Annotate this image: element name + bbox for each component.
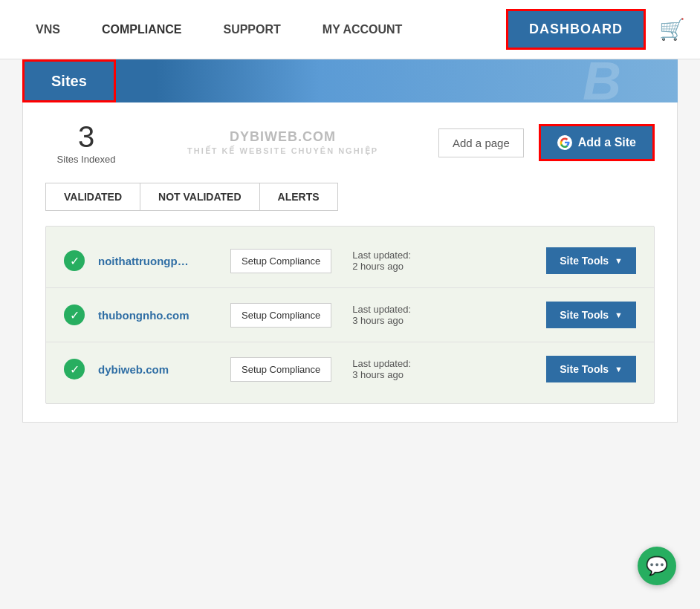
site-tools-label-2: Site Tools xyxy=(560,309,609,321)
site-tools-label-1: Site Tools xyxy=(560,255,609,267)
chat-icon: 💬 xyxy=(646,556,668,576)
validated-icon: ✓ xyxy=(64,304,85,325)
table-row: ✓ thubongnho.com Setup Compliance Last u… xyxy=(46,288,654,342)
main-content: Sites B 3 Sites Indexed DYBIWEB.COM THIẾ… xyxy=(0,59,700,445)
site-name-1[interactable]: noithattruongp… xyxy=(98,255,217,267)
watermark-center: DYBIWEB.COM THIẾT KẾ WEBSITE CHUYÊN NGHI… xyxy=(127,129,438,156)
validated-icon: ✓ xyxy=(64,359,85,380)
tab-alerts[interactable]: ALERTS xyxy=(259,183,338,211)
nav-item-support[interactable]: SUPPORT xyxy=(202,0,301,59)
tab-not-validated[interactable]: NOT VALIDATED xyxy=(140,183,259,211)
setup-compliance-button-1[interactable]: Setup Compliance xyxy=(230,249,331,273)
site-name-3[interactable]: dybiweb.com xyxy=(98,363,217,376)
site-tools-button-2[interactable]: Site Tools ▼ xyxy=(546,302,636,328)
last-updated-3: Last updated: 3 hours ago xyxy=(352,358,533,380)
bar-logo: B xyxy=(583,59,618,102)
nav-item-compliance[interactable]: COMPLIANCE xyxy=(81,0,203,59)
chat-bubble-button[interactable]: 💬 xyxy=(638,547,676,585)
watermark-subtitle: THIẾT KẾ WEBSITE CHUYÊN NGHIỆP xyxy=(127,146,438,156)
sites-tab-bar: Sites B xyxy=(22,59,678,102)
add-page-button[interactable]: Add a page xyxy=(438,128,524,157)
table-row: ✓ noithattruongp… Setup Compliance Last … xyxy=(46,234,654,288)
site-name-2[interactable]: thubongnho.com xyxy=(98,309,217,322)
cart-icon[interactable]: 🛒 xyxy=(659,17,685,42)
validated-icon: ✓ xyxy=(64,250,85,271)
last-updated-1: Last updated: 2 hours ago xyxy=(352,250,533,272)
last-updated-2: Last updated: 3 hours ago xyxy=(352,304,533,326)
setup-compliance-button-3[interactable]: Setup Compliance xyxy=(230,357,331,382)
dashboard-button[interactable]: DASHBOARD xyxy=(506,9,646,50)
navigation: VNS COMPLIANCE SUPPORT MY ACCOUNT DASHBO… xyxy=(0,0,700,59)
setup-compliance-button-2[interactable]: Setup Compliance xyxy=(230,303,331,328)
sites-label: Sites Indexed xyxy=(45,154,127,165)
sites-tab[interactable]: Sites xyxy=(22,59,116,102)
sites-indexed-stat: 3 Sites Indexed xyxy=(45,120,127,165)
dropdown-arrow-icon: ▼ xyxy=(615,310,623,319)
filter-tabs: VALIDATED NOT VALIDATED ALERTS xyxy=(45,183,655,211)
site-tools-label-3: Site Tools xyxy=(560,363,609,375)
site-tools-button-3[interactable]: Site Tools ▼ xyxy=(546,356,636,382)
dropdown-arrow-icon: ▼ xyxy=(615,365,623,374)
nav-item-myaccount[interactable]: MY ACCOUNT xyxy=(302,0,424,59)
content-area: 3 Sites Indexed DYBIWEB.COM THIẾT KẾ WEB… xyxy=(22,102,678,423)
tab-validated[interactable]: VALIDATED xyxy=(45,183,140,211)
nav-item-vns[interactable]: VNS xyxy=(15,0,81,59)
site-tools-button-1[interactable]: Site Tools ▼ xyxy=(546,247,636,274)
add-site-button[interactable]: Add a Site xyxy=(539,124,655,161)
dropdown-arrow-icon: ▼ xyxy=(615,256,623,265)
sites-list: ✓ noithattruongp… Setup Compliance Last … xyxy=(45,226,655,404)
add-site-label: Add a Site xyxy=(578,136,636,149)
sites-count: 3 xyxy=(45,120,127,154)
table-row: ✓ dybiweb.com Setup Compliance Last upda… xyxy=(46,342,654,396)
google-icon xyxy=(557,135,572,150)
watermark-domain: DYBIWEB.COM xyxy=(127,129,438,145)
stats-row: 3 Sites Indexed DYBIWEB.COM THIẾT KẾ WEB… xyxy=(45,120,655,165)
